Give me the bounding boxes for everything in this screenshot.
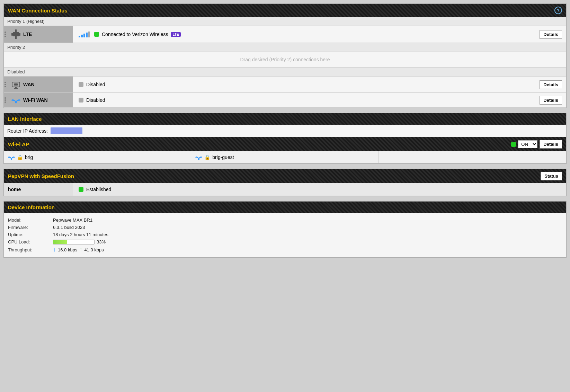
vpn-home-status: Established (73, 183, 566, 196)
wan-details-cell: Details (535, 78, 566, 91)
lte-status-text: Connected to Verizon Wireless (102, 32, 168, 37)
device-firmware-label: Firmware: (8, 225, 53, 230)
lte-details-button[interactable]: Details (540, 30, 562, 39)
device-title: Device Information (8, 204, 55, 210)
device-model-row: Model: Pepwave MAX BR1 (8, 216, 562, 224)
ssid-brig: brig (25, 154, 33, 160)
drag-handle-wifivan[interactable] (5, 97, 6, 103)
wifi-network-brig-guest: 🔒 brig-guest (191, 151, 378, 163)
lte-label: LTE (23, 32, 32, 37)
pepvpn-status-button[interactable]: Status (541, 172, 562, 180)
wifi-icon-brig-guest (195, 154, 202, 160)
wifi-wan-connection-row: Wi-Fi WAN Disabled Details (4, 93, 566, 108)
device-cpu-label: CPU Load: (8, 239, 53, 244)
router-ip-value (51, 127, 82, 134)
wifi-wan-icon (11, 96, 20, 104)
priority2-label: Priority 2 (4, 43, 566, 52)
device-header: Device Information (4, 202, 566, 213)
ssid-brig-guest: brig-guest (212, 154, 234, 160)
drag-handle[interactable] (5, 32, 6, 37)
drag-handle-wan[interactable] (5, 82, 6, 87)
throughput-down-value: 16.0 kbps (58, 247, 77, 252)
wifi-wan-details-button[interactable]: Details (540, 96, 562, 105)
wan-icon (11, 80, 20, 89)
wan-status-text: Disabled (86, 82, 105, 87)
wifi-icon-brig (8, 154, 15, 160)
device-throughput-row: Throughput: ↓ 16.0 kbps ↑ 41.0 kbps (8, 246, 562, 254)
wifi-network-brig: 🔒 brig (4, 151, 191, 163)
wan-label: WAN (23, 82, 35, 87)
lte-details-cell: Details (535, 28, 566, 41)
wan-status: Disabled (73, 78, 535, 91)
vpn-established-indicator (79, 187, 83, 192)
lock-icon-brig: 🔒 (17, 154, 23, 160)
connected-indicator (94, 32, 99, 37)
wifi-network-empty (379, 151, 566, 163)
device-model-value: Pepwave MAX BR1 (53, 217, 92, 223)
help-icon[interactable]: ? (554, 7, 562, 14)
wan-disabled-indicator (79, 82, 83, 87)
signal-bars-icon (79, 32, 90, 37)
lan-panel: LAN Interface Router IP Address: Wi-Fi A… (3, 113, 567, 164)
wan-name-cell: WAN (4, 77, 73, 92)
device-throughput-label: Throughput: (8, 247, 53, 252)
wan-panel: WAN Connection Status ? Priority 1 (High… (3, 3, 567, 108)
device-cpu-value: 33% (53, 239, 106, 244)
lte-status: Connected to Verizon Wireless LTE (73, 28, 535, 41)
svg-point-9 (15, 102, 17, 104)
svg-marker-2 (17, 32, 19, 36)
pepvpn-panel: PepVPN with SpeedFusion Status home Esta… (3, 169, 567, 196)
lte-connection-row: LTE Connected to Verizon Wireless LTE De… (4, 26, 566, 43)
lte-badge: LTE (171, 32, 180, 37)
cpu-percent: 33% (97, 239, 106, 244)
wifi-ap-header: Wi-Fi AP ON OFF Details (4, 137, 566, 151)
wifi-wan-label: Wi-Fi WAN (23, 97, 48, 103)
device-firmware-row: Firmware: 6.3.1 build 2023 (8, 224, 562, 231)
throughput-up-arrow: ↑ (79, 247, 82, 253)
lte-name-cell: LTE (4, 26, 73, 43)
lte-antenna-icon (11, 29, 20, 39)
lan-panel-header: LAN Interface (4, 113, 566, 125)
wan-connection-row: WAN Disabled Details (4, 77, 566, 93)
wifi-wan-status: Disabled (73, 94, 535, 106)
device-uptime-row: Uptime: 18 days 2 hours 11 minutes (8, 231, 562, 238)
device-model-label: Model: (8, 217, 53, 223)
wifi-on-indicator (511, 142, 516, 147)
wifi-networks-row: 🔒 brig 🔒 brig-guest (4, 151, 566, 163)
svg-point-10 (11, 159, 12, 160)
throughput-down-arrow: ↓ (53, 247, 56, 253)
pepvpn-title: PepVPN with SpeedFusion (8, 173, 74, 179)
svg-point-11 (198, 159, 199, 160)
throughput-up-value: 41.0 kbps (84, 247, 104, 252)
device-uptime-value: 18 days 2 hours 11 minutes (53, 232, 108, 237)
wan-details-button[interactable]: Details (540, 80, 562, 89)
svg-rect-8 (14, 88, 18, 89)
lan-title: LAN Interface (8, 116, 42, 122)
svg-rect-0 (15, 29, 17, 39)
wifi-wan-details-cell: Details (535, 94, 566, 107)
device-uptime-label: Uptime: (8, 232, 53, 237)
priority1-label: Priority 1 (Highest) (4, 17, 566, 26)
wifi-ap-title: Wi-Fi AP (8, 141, 29, 147)
svg-marker-1 (13, 32, 15, 36)
wan-title: WAN Connection Status (8, 8, 68, 14)
device-cpu-row: CPU Load: 33% (8, 238, 562, 246)
wan-panel-header: WAN Connection Status ? (4, 4, 566, 17)
svg-rect-4 (19, 33, 20, 36)
router-ip-row: Router IP Address: (4, 125, 566, 137)
wifi-wan-status-text: Disabled (86, 97, 105, 103)
vpn-established-text: Established (86, 187, 111, 192)
wifi-ap-controls: ON OFF Details (511, 140, 562, 149)
lock-icon-brig-guest: 🔒 (204, 154, 210, 160)
wifi-wan-disabled-indicator (79, 98, 83, 103)
wifi-ap-details-button[interactable]: Details (540, 140, 562, 149)
cpu-bar-fill (53, 240, 67, 244)
wifi-wan-name-cell: Wi-Fi WAN (4, 93, 73, 107)
pepvpn-header: PepVPN with SpeedFusion Status (4, 169, 566, 183)
device-throughput-value: ↓ 16.0 kbps ↑ 41.0 kbps (53, 247, 104, 253)
svg-rect-6 (14, 83, 18, 86)
device-panel: Device Information Model: Pepwave MAX BR… (3, 201, 567, 258)
vpn-home-row: home Established (4, 183, 566, 196)
cpu-bar-container (53, 240, 95, 244)
wifi-ap-state-select[interactable]: ON OFF (518, 140, 537, 148)
